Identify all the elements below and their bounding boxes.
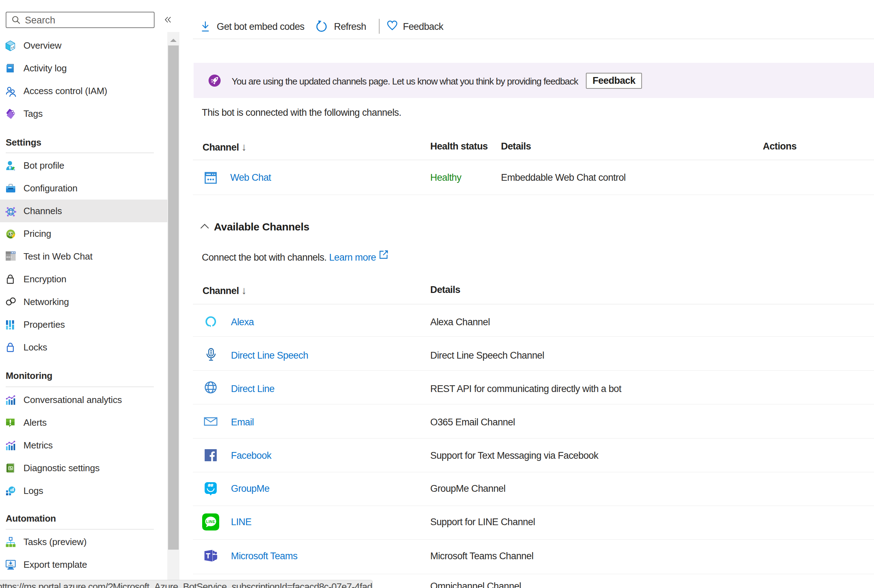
svg-text:LINE: LINE bbox=[206, 519, 215, 524]
svg-text:$: $ bbox=[10, 231, 12, 237]
